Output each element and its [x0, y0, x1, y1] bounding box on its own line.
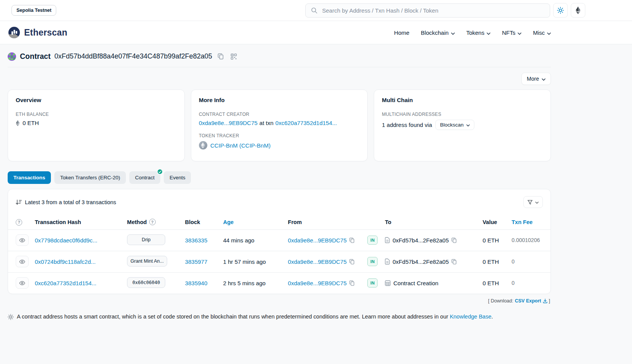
transactions-table: ? Transaction Hash Method? Block Age Fro…: [8, 215, 551, 294]
main-content: Contract 0xFd57b4ddBf88a4e07fF4e34C487b9…: [8, 44, 551, 320]
token-tracker-link[interactable]: CCIP-BnM (CCIP-BnM): [210, 142, 271, 149]
txn-fee-cell: 0.00010206: [508, 229, 551, 251]
document-icon: [385, 258, 390, 265]
txn-fee-cell: 0: [508, 272, 551, 294]
copy-icon[interactable]: [349, 259, 355, 265]
tx-preview-button[interactable]: [16, 234, 29, 246]
nav-tokens[interactable]: Tokens: [466, 29, 491, 36]
chevron-down-icon: [535, 199, 539, 205]
multichain-addresses-label: MULTICHAIN ADDRESSES: [382, 112, 543, 117]
tab-transactions[interactable]: Transactions: [8, 171, 51, 184]
txn-hash-link[interactable]: 0x0724bdf9c118afc2d...: [35, 258, 96, 265]
transactions-summary-text: Latest 3 from a total of 3 transactions: [25, 199, 116, 205]
table-row: 0x0724bdf9c118afc2d... Grant Mint An... …: [8, 251, 551, 272]
from-address-link[interactable]: 0xda9e8e...9EB9DC75: [288, 237, 347, 244]
nav-home[interactable]: Home: [394, 29, 409, 36]
txn-fee-cell: 0: [508, 251, 551, 272]
brand-logo[interactable]: Etherscan: [8, 26, 67, 39]
tx-preview-button[interactable]: [16, 256, 29, 267]
chain-menu-button[interactable]: [571, 3, 585, 18]
tab-contract[interactable]: Contract: [129, 171, 160, 184]
chevron-down-icon: [487, 29, 490, 36]
chevron-down-icon: [547, 29, 551, 36]
from-address-link[interactable]: 0xda9e8e...9EB9DC75: [288, 258, 347, 265]
download-icon: [543, 299, 547, 303]
token-logo-icon: [199, 141, 207, 150]
filter-icon: [528, 200, 533, 205]
block-link[interactable]: 3836335: [185, 237, 207, 244]
chevron-down-icon: [518, 29, 521, 36]
eth-balance-label: ETH BALANCE: [16, 112, 177, 117]
block-link[interactable]: 3835977: [185, 258, 207, 265]
network-button[interactable]: Sepolia Testnet: [11, 5, 56, 16]
qr-code-button[interactable]: [229, 53, 238, 60]
brand-name: Etherscan: [24, 28, 67, 38]
block-link[interactable]: 3835940: [185, 280, 207, 286]
copy-icon[interactable]: [349, 237, 355, 243]
copy-address-button[interactable]: [216, 52, 225, 60]
site-header: Etherscan Home Blockchain Tokens NFTs Mi…: [0, 21, 632, 44]
eye-icon: [19, 238, 25, 242]
creator-address-link[interactable]: 0xda9e8e...9EB9DC75: [199, 120, 257, 126]
column-value: Value: [480, 215, 509, 229]
csv-export-link[interactable]: CSV Export: [515, 298, 547, 304]
tx-preview-button[interactable]: [16, 277, 29, 289]
download-suffix: ]: [549, 298, 550, 304]
filter-button[interactable]: [523, 196, 543, 208]
multichain-card-title: Multi Chain: [382, 97, 543, 103]
summary-cards: Overview ETH BALANCE 0 ETH More Info CON…: [8, 89, 551, 161]
description-period: .: [491, 314, 493, 320]
copy-icon[interactable]: [451, 259, 457, 265]
topbar: Sepolia Testnet: [0, 0, 632, 21]
eth-balance-value: 0 ETH: [23, 120, 39, 126]
main-nav: Home Blockchain Tokens NFTs Misc: [394, 29, 551, 36]
blockscan-dropdown-button[interactable]: Blockscan: [435, 120, 474, 130]
txn-hash-link[interactable]: 0xc620a77352d1d154...: [35, 280, 96, 286]
copy-icon[interactable]: [349, 280, 355, 286]
txn-hash-link[interactable]: 0x7798dcdaec0f6dd9c...: [35, 237, 97, 244]
multichain-card: Multi Chain MULTICHAIN ADDRESSES 1 addre…: [374, 89, 551, 161]
help-icon[interactable]: ?: [16, 219, 22, 226]
tab-token-transfers[interactable]: Token Transfers (ERC-20): [54, 171, 126, 184]
search-box[interactable]: [305, 3, 550, 18]
nav-misc[interactable]: Misc: [533, 29, 551, 36]
transactions-panel: Latest 3 from a total of 3 transactions …: [8, 189, 551, 294]
table-row: 0xc620a77352d1d154... 0x60c06040 3835940…: [8, 272, 551, 294]
contract-title-row: Contract 0xFd57b4ddBf88a4e07fF4e34C487b9…: [8, 44, 551, 67]
column-age-toggle[interactable]: Age: [223, 219, 233, 225]
help-icon[interactable]: ?: [149, 219, 156, 225]
nav-blockchain[interactable]: Blockchain: [421, 29, 455, 36]
tab-bar: Transactions Token Transfers (ERC-20) Co…: [8, 171, 551, 184]
contract-creation-label: Contract Creation: [393, 280, 438, 286]
value-cell: 0 ETH: [480, 251, 509, 272]
direction-badge: IN: [367, 236, 378, 245]
search-icon: [311, 7, 318, 14]
sun-icon: [557, 7, 564, 14]
age-cell: 2 hrs 5 mins ago: [220, 272, 285, 294]
verified-check-icon: [157, 169, 163, 175]
search-input[interactable]: [321, 7, 544, 14]
knowledge-base-link[interactable]: Knowledge Base: [450, 314, 492, 320]
description-text: A contract address hosts a smart contrac…: [17, 314, 448, 320]
creation-txn-link[interactable]: 0xc620a77352d1d154...: [275, 120, 337, 126]
contract-creator-label: CONTRACT CREATOR: [199, 112, 360, 117]
direction-badge: IN: [367, 278, 378, 288]
eth-glyph-icon: [16, 120, 20, 126]
method-badge: Drip: [127, 234, 165, 245]
document-icon: [385, 237, 390, 243]
from-address-link[interactable]: 0xda9e8e...9EB9DC75: [288, 280, 347, 286]
contract-address: 0xFd57b4ddBf88a4e07fF4e34C487b99af2Fe82a…: [54, 52, 212, 60]
nav-nfts[interactable]: NFTs: [502, 29, 521, 36]
method-badge: 0x60c06040: [127, 277, 165, 288]
value-cell: 0 ETH: [480, 229, 509, 251]
column-from: From: [285, 215, 365, 229]
method-badge: Grant Mint An...: [127, 256, 167, 266]
tab-events[interactable]: Events: [164, 171, 191, 184]
eye-icon: [19, 260, 25, 264]
theme-toggle-button[interactable]: [553, 3, 568, 18]
more-dropdown-button[interactable]: More: [521, 73, 551, 85]
column-txn-fee-toggle[interactable]: Txn Fee: [511, 219, 533, 225]
column-block: Block: [182, 215, 220, 229]
copy-icon[interactable]: [451, 237, 457, 243]
more-info-card: More Info CONTRACT CREATOR 0xda9e8e...9E…: [191, 89, 368, 161]
